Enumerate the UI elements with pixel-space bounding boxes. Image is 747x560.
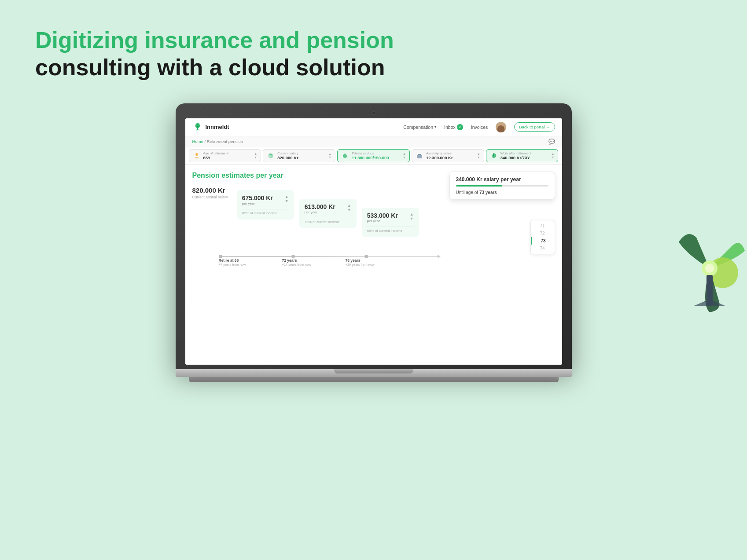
- age-retirement-label: Age of retirement: [203, 151, 229, 155]
- work-down-icon[interactable]: ▼: [552, 156, 555, 159]
- estimate-peryear-1: per year: [242, 201, 273, 205]
- private-savings-input[interactable]: Private savings 11.800.000/150.000 ▲ ▼: [337, 149, 410, 162]
- estimate-percent-1: 82% of current income: [242, 211, 289, 215]
- timeline-dot-2: [291, 255, 295, 258]
- timeline-text-1: Retire at 65: [219, 258, 282, 263]
- work-retirement-content: Work after retirement 340.000 Kr/73Y: [500, 151, 531, 160]
- salary-up-icon[interactable]: ▲: [328, 152, 331, 155]
- breadcrumb: Home / Retirement pension: [192, 139, 243, 144]
- age-scroll-list[interactable]: 71 72 73 74: [530, 220, 555, 254]
- age-item-73[interactable]: 73: [531, 237, 554, 245]
- left-content: Pension estimates per year 820.000 Kr Cu…: [192, 172, 441, 267]
- estimate-stepper-2[interactable]: ▲ ▼: [347, 203, 351, 212]
- svg-text:Kr: Kr: [269, 154, 273, 157]
- logo-icon: [192, 122, 203, 132]
- age-text-prefix: Until age of: [456, 190, 478, 195]
- timeline-label-2: 72 years +14 years from now: [282, 258, 346, 267]
- salary-amount-display: 820.000 Kr: [192, 187, 228, 194]
- popup-salary: 340.000 Kr salary per year: [456, 176, 548, 183]
- estimate-up-2[interactable]: ▲: [347, 203, 351, 208]
- chat-icon[interactable]: 💬: [548, 139, 555, 145]
- estimate-stepper-3[interactable]: ▲ ▼: [410, 212, 414, 221]
- right-panel: 340.000 Kr salary per year Until age of …: [449, 172, 555, 267]
- savings-down-icon[interactable]: ▼: [403, 156, 406, 159]
- laptop-mockup: Innmeldt Compensation ▾ Inbox 2: [0, 103, 747, 382]
- estimate-down-2[interactable]: ▼: [347, 208, 351, 212]
- savings-content: Private savings 11.800.000/150.000: [352, 151, 389, 160]
- timeline-line-2: [295, 256, 364, 257]
- laptop-base: [176, 369, 572, 377]
- slider-fill: [456, 185, 502, 187]
- salary-down-icon[interactable]: ▼: [328, 156, 331, 159]
- svg-rect-9: [417, 155, 422, 158]
- windmill-svg: [659, 218, 747, 319]
- svg-rect-10: [418, 154, 421, 155]
- svg-marker-15: [694, 299, 725, 306]
- salary-label-display: Current annual salary: [192, 195, 228, 199]
- age-retirement-content: Age of retirement 65Y: [203, 151, 229, 160]
- piggy-icon: [341, 152, 349, 160]
- invoices-nav[interactable]: Invoices: [471, 124, 488, 130]
- assets-stepper[interactable]: ▲ ▼: [477, 152, 480, 159]
- windmill-decoration: [659, 218, 747, 319]
- timeline-dot-3: [364, 255, 368, 258]
- briefcase-icon: [416, 152, 423, 160]
- nav-logo: Innmeldt: [192, 122, 229, 132]
- salary-stepper[interactable]: ▲ ▼: [328, 152, 331, 159]
- estimate-card-2[interactable]: 613.000 Kr per year ▲ ▼: [299, 199, 357, 228]
- heading-normal: with a cloud solution: [151, 55, 385, 80]
- app-main: Pension estimates per year 820.000 Kr Cu…: [185, 165, 562, 365]
- coin-icon: Kr: [267, 152, 275, 160]
- estimate-amount-2: 613.000 Kr: [305, 203, 335, 210]
- work-stepper[interactable]: ▲ ▼: [552, 152, 555, 159]
- assets-up-icon[interactable]: ▲: [477, 152, 480, 155]
- compensation-label: Compensation: [403, 124, 433, 130]
- svg-point-7: [343, 154, 345, 156]
- heading-dark: consulting: [35, 55, 151, 80]
- age-retirement-input[interactable]: Age of retirement 65Y ▲ ▼: [189, 149, 261, 162]
- back-portal-button[interactable]: Back to portal →: [514, 122, 555, 132]
- current-salary-input[interactable]: Kr Current salary 820.000 Kr ▲ ▼: [263, 149, 335, 162]
- age-item-71[interactable]: 71: [531, 222, 554, 230]
- estimate-down-1[interactable]: ▼: [285, 199, 289, 203]
- estimate-card-1[interactable]: 675.000 Kr per year ▲ ▼: [237, 190, 294, 220]
- timeline-dot-1: [219, 255, 222, 258]
- age-stepper[interactable]: ▲ ▼: [254, 152, 257, 159]
- age-item-74[interactable]: 74: [531, 245, 554, 252]
- savings-label: Private savings: [352, 151, 389, 155]
- timeline-arrow: [438, 255, 441, 258]
- laptop-frame: Innmeldt Compensation ▾ Inbox 2: [176, 103, 572, 369]
- estimate-up-1[interactable]: ▲: [285, 194, 289, 199]
- estimate-amount-3: 533.000 Kr: [367, 212, 398, 219]
- estimate-down-3[interactable]: ▼: [410, 216, 414, 221]
- svg-rect-8: [344, 154, 346, 155]
- work-after-retirement-input[interactable]: Work after retirement 340.000 Kr/73Y ▲ ▼: [486, 149, 559, 162]
- estimate-percent-2: 75% of current income: [305, 220, 351, 224]
- laptop-foot: [189, 377, 559, 382]
- assets-input[interactable]: Assets/properties 12.300.000 Kr ▲ ▼: [412, 149, 484, 162]
- leaf-icon: [490, 152, 498, 160]
- age-up-icon[interactable]: ▲: [254, 152, 257, 155]
- age-down-icon[interactable]: ▼: [254, 156, 257, 159]
- estimate-card-3[interactable]: 533.000 Kr per year ▲ ▼: [362, 208, 419, 237]
- estimate-stepper-1[interactable]: ▲ ▼: [285, 194, 289, 203]
- savings-stepper[interactable]: ▲ ▼: [403, 152, 406, 159]
- logo-text: Innmeldt: [206, 124, 229, 130]
- page-heading: Digitizing insurance and pension consult…: [0, 0, 747, 95]
- assets-down-icon[interactable]: ▼: [477, 156, 480, 159]
- breadcrumb-home[interactable]: Home: [192, 139, 203, 144]
- compensation-nav[interactable]: Compensation ▾: [403, 124, 436, 130]
- salary-display-area: 820.000 Kr Current annual salary: [192, 187, 228, 206]
- savings-up-icon[interactable]: ▲: [403, 152, 406, 155]
- age-item-72[interactable]: 72: [531, 230, 554, 237]
- slider-bar[interactable]: [456, 185, 548, 187]
- inbox-nav[interactable]: Inbox 2: [444, 124, 463, 130]
- chevron-down-icon: ▾: [434, 125, 436, 129]
- work-up-icon[interactable]: ▲: [552, 152, 555, 155]
- estimate-up-3[interactable]: ▲: [410, 212, 414, 216]
- avatar: [496, 122, 506, 132]
- person-icon: [193, 152, 201, 160]
- breadcrumb-bar: Home / Retirement pension 💬: [185, 136, 562, 147]
- timeline-text-3: 78 years: [346, 258, 409, 263]
- timeline-line-3: [368, 256, 438, 257]
